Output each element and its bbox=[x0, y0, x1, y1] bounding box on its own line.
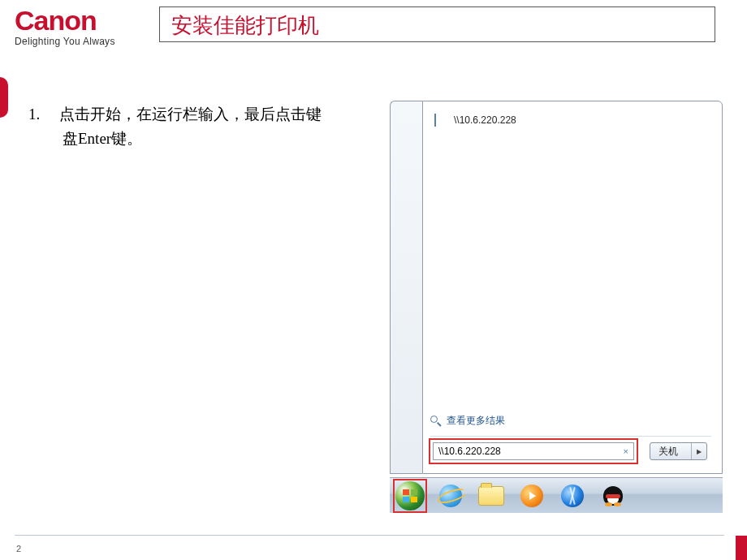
start-menu-screenshot: \\10.6.220.228 查看更多结果 \\10.6.220.228 × 关… bbox=[390, 101, 723, 513]
left-accent bbox=[0, 77, 8, 118]
taskbar-explorer[interactable] bbox=[473, 481, 510, 510]
search-value: \\10.6.220.228 bbox=[438, 446, 501, 457]
see-more-results-link[interactable]: 查看更多结果 bbox=[430, 414, 505, 428]
divider bbox=[430, 436, 711, 437]
instruction-line2: 盘Enter键。 bbox=[63, 127, 322, 151]
list-number: 1. bbox=[28, 102, 59, 127]
ie-icon bbox=[439, 485, 462, 507]
slide-title: 安装佳能打印机 bbox=[159, 6, 715, 42]
slide-header: Canon Delighting You Always 安装佳能打印机 bbox=[0, 0, 747, 47]
logo-text: Canon bbox=[15, 6, 153, 34]
taskbar-media-player[interactable] bbox=[513, 481, 551, 510]
logo-tagline: Delighting You Always bbox=[15, 36, 153, 47]
folder-icon bbox=[478, 486, 504, 506]
taskbar-blue-app[interactable] bbox=[554, 481, 591, 510]
start-button-highlight bbox=[393, 479, 427, 513]
shutdown-label: 关机 bbox=[650, 445, 691, 459]
taskbar-ie[interactable] bbox=[432, 481, 469, 510]
footer-accent bbox=[736, 536, 747, 560]
clear-icon[interactable]: × bbox=[624, 446, 628, 456]
search-highlight: \\10.6.220.228 × bbox=[429, 438, 638, 464]
shutdown-button[interactable]: 关机 ▶ bbox=[650, 442, 707, 460]
windows-logo-icon bbox=[403, 489, 417, 502]
qq-icon bbox=[603, 485, 623, 507]
shutdown-arrow[interactable]: ▶ bbox=[691, 443, 706, 459]
search-row: \\10.6.220.228 × 关机 ▶ bbox=[429, 438, 707, 464]
instruction-text: 1.点击开始，在运行栏输入，最后点击键 盘Enter键。 bbox=[28, 102, 322, 152]
canon-logo: Canon Delighting You Always bbox=[15, 6, 153, 47]
taskbar-qq[interactable] bbox=[594, 481, 632, 510]
start-button[interactable] bbox=[395, 481, 425, 510]
start-menu-left-pane bbox=[390, 101, 422, 474]
instruction-line1: 点击开始，在运行栏输入，最后点击键 bbox=[59, 106, 322, 123]
taskbar bbox=[390, 477, 723, 513]
footer-divider bbox=[15, 535, 724, 536]
magnifier-icon bbox=[430, 416, 442, 427]
search-result-text: \\10.6.220.228 bbox=[454, 114, 516, 126]
media-player-icon bbox=[520, 485, 543, 507]
blue-app-icon bbox=[561, 485, 584, 507]
computer-icon bbox=[434, 114, 447, 126]
page-number: 2 bbox=[16, 544, 21, 554]
see-more-label: 查看更多结果 bbox=[447, 414, 505, 428]
search-input[interactable]: \\10.6.220.228 × bbox=[433, 442, 634, 460]
search-result-item[interactable]: \\10.6.220.228 bbox=[434, 114, 710, 126]
